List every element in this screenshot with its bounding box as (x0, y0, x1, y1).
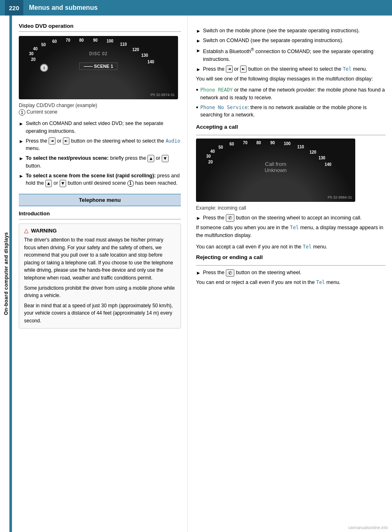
image-caption2: 1 Current scene (19, 109, 181, 116)
arrow-icon-r4: ► (196, 66, 201, 73)
spd-r-140: 140 (325, 162, 332, 167)
watermark: carmanualsonline.info (348, 525, 388, 530)
right-bullet-list: ► Switch on the mobile phone (see the se… (196, 27, 385, 73)
speed-50: 50 (41, 42, 46, 47)
introduction-heading: Introduction (19, 210, 181, 217)
dot-icon-1: • (196, 86, 198, 94)
spd-r-80: 80 (256, 141, 261, 145)
spd-r-130: 130 (318, 156, 325, 160)
speed-130: 130 (141, 53, 148, 58)
accept-para-2: You can accept a call even if you are no… (196, 243, 385, 251)
spd-r-60: 60 (229, 142, 234, 146)
tel-text-ac2: Tel (303, 244, 312, 250)
page-title: Menus and submenus (29, 4, 98, 11)
right-bullet-2: ► Switch on COMAND (see the separate ope… (196, 37, 385, 45)
audio-menu-text: Audio (165, 138, 180, 144)
photo-ref-right: P5 32-9984-31 (327, 195, 352, 199)
spd-r-90: 90 (270, 141, 275, 145)
left-btn-icon: ◄ (49, 137, 56, 145)
tel-menu-text: Tel (343, 66, 352, 72)
accepting-call-bullets: ► Press the ✆ button on the steering whe… (196, 214, 385, 222)
spd-r-70: 70 (243, 141, 247, 145)
speed-120: 120 (132, 47, 139, 52)
disc-label: DISC 02 (89, 51, 108, 56)
arrow-icon-ac1: ► (196, 215, 201, 222)
accept-para-1: If someone calls you when you are in the… (196, 224, 385, 240)
telephone-menu-box: Telephone menu (19, 194, 181, 206)
rejecting-call-bullets: ► Press the ✆ button on the steering whe… (196, 269, 385, 277)
following-display-msg: You will see one of the following displa… (196, 75, 385, 83)
image-caption: Display CD/DVD changer (example) (19, 103, 181, 108)
status-phone-no-service: • Phone No Service: there is no network … (196, 104, 385, 119)
circle-one-icon-2: 1 (127, 180, 134, 187)
rejecting-call-heading: Rejecting or ending a call (196, 254, 385, 260)
arrow-icon-2: ► (19, 138, 24, 145)
right-column: ► Switch on the mobile phone (see the se… (188, 16, 392, 532)
warning-box: △ WARNING The driver's attention to the … (19, 224, 181, 329)
spd-r-40: 40 (210, 149, 215, 154)
arrow-icon-r2: ► (196, 37, 201, 45)
speed-80: 80 (79, 38, 84, 42)
warning-header: △ WARNING (24, 227, 176, 234)
header-bar: 220 Menus and submenus (0, 0, 392, 16)
dot-icon-2: • (196, 104, 198, 111)
speed-140: 140 (147, 60, 154, 64)
bullet-4: ► To select a scene from the scene list … (19, 172, 181, 188)
up-btn-icon: ▲ (147, 155, 154, 162)
down-btn-icon-2: ▼ (60, 180, 67, 187)
arrow-icon-r1: ► (196, 27, 201, 35)
scene-label: —— SCENE 1 (79, 63, 118, 70)
warning-triangle-icon: △ (24, 227, 29, 234)
incoming-call-caption: Example: incoming call (196, 205, 385, 211)
arrow-icon-r3: ► (196, 47, 201, 54)
down-btn-icon: ▼ (162, 155, 169, 162)
dashboard-image-left: 20 30 40 50 60 70 80 90 100 110 120 130 … (19, 36, 178, 99)
intro-divider (19, 219, 181, 219)
needle-circle: 1 (40, 64, 48, 72)
warning-text: The driver's attention to the road must … (24, 236, 176, 325)
speed-90: 90 (93, 38, 98, 42)
right-bullet-3: ► Establish a Bluetooth® connection to C… (196, 47, 385, 63)
accept-bullet-1: ► Press the ✆ button on the steering whe… (196, 214, 385, 222)
status-phone-ready: • Phone READY or the name of the network… (196, 86, 385, 102)
status-list: • Phone READY or the name of the network… (196, 86, 385, 119)
accepting-call-divider (196, 135, 385, 135)
speed-110: 110 (120, 42, 127, 47)
reject-phone-icon: ✆ (226, 269, 234, 277)
speed-40: 40 (33, 47, 38, 51)
call-label: Call from Unknown (265, 161, 287, 173)
right-btn-r-icon: ► (240, 65, 247, 73)
speed-20: 20 (31, 57, 36, 62)
warning-para-1: The driver's attention to the road must … (24, 236, 176, 282)
reject-bullet-1: ► Press the ✆ button on the steering whe… (196, 269, 385, 277)
bullet-2: ► Press the ◄ or ► button on the steerin… (19, 137, 181, 153)
accept-phone-icon: ✆ (226, 214, 234, 222)
bullet-1: ► Switch on COMAND and select video DVD;… (19, 120, 181, 135)
speed-100: 100 (107, 39, 114, 43)
speed-60: 60 (52, 39, 57, 44)
speed-30: 30 (29, 51, 33, 56)
photo-ref-left: P5 32-9974-31 (150, 93, 175, 97)
speed-70: 70 (66, 38, 70, 42)
spd-r-120: 120 (310, 150, 316, 154)
video-bullet-list: ► Switch on COMAND and select video DVD;… (19, 120, 181, 187)
right-bullet-1: ► Switch on the mobile phone (see the se… (196, 27, 385, 35)
warning-para-2: Some jurisdictions prohibit the driver f… (24, 284, 176, 300)
arrow-icon-1: ► (19, 120, 24, 127)
tel-text-ac1: Tel (290, 225, 299, 230)
tel-text-rj: Tel (316, 279, 325, 285)
sidebar-tab: On-board computer and displays (0, 16, 12, 532)
arrow-icon-3: ► (19, 155, 24, 162)
arrow-icon-rj1: ► (196, 269, 201, 277)
spd-r-100: 100 (284, 141, 291, 146)
spd-r-50: 50 (218, 145, 223, 150)
circle-one-icon: 1 (19, 109, 25, 116)
page-number: 220 (5, 0, 23, 16)
spd-r-30: 30 (206, 154, 211, 159)
phone-no-service-label: Phone No Service (200, 105, 248, 110)
warning-title: WARNING (31, 228, 57, 234)
spd-r-110: 110 (297, 145, 304, 149)
arrow-icon-4: ► (19, 172, 24, 180)
phone-ready-label: Phone READY (200, 87, 233, 93)
right-btn-icon: ► (63, 137, 70, 145)
